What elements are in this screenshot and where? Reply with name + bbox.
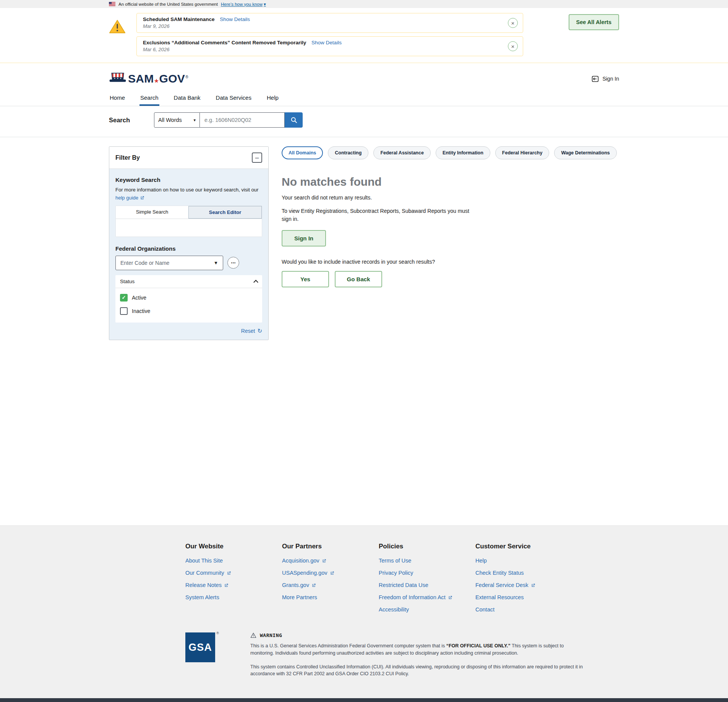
federal-organizations-heading: Federal Organizations <box>115 245 262 252</box>
chevron-down-icon: ▾ <box>193 118 196 123</box>
chevron-down-icon: ▼ <box>214 260 218 266</box>
external-link-icon <box>224 583 229 588</box>
pill-contracting[interactable]: Contracting <box>328 146 368 159</box>
alert-show-details-link[interactable]: Show Details <box>311 40 342 45</box>
star-icon: ★ <box>154 78 159 84</box>
footer-link-check-entity-status[interactable]: Check Entity Status <box>475 570 524 576</box>
status-option-inactive[interactable]: Inactive <box>120 307 258 315</box>
footer-heading: Customer Service <box>475 543 572 550</box>
keyword-search-body[interactable] <box>116 219 262 237</box>
more-options-button[interactable]: ... <box>227 257 239 269</box>
identity-footer: SAM.gov An official website of the U.S. … <box>0 698 728 702</box>
external-link-icon <box>322 559 326 563</box>
footer-link-federal-service-desk[interactable]: Federal Service Desk <box>475 582 535 588</box>
nav-item-help[interactable]: Help <box>266 91 279 106</box>
tab-search-editor[interactable]: Search Editor <box>188 206 262 219</box>
checkbox-unchecked-icon[interactable] <box>120 307 128 315</box>
filter-panel: Filter By – Keyword Search For more info… <box>109 146 269 340</box>
footer-link-system-alerts[interactable]: System Alerts <box>185 594 219 600</box>
footer-link-terms-of-use[interactable]: Terms of Use <box>379 558 411 564</box>
federal-organizations-combobox[interactable]: Enter Code or Name ▼ <box>115 256 223 270</box>
footer-heading: Our Website <box>185 543 282 550</box>
help-guide-link[interactable]: help guide <box>115 195 144 201</box>
external-link-icon <box>140 196 144 200</box>
alert-date: Mar 6, 2026 <box>143 47 503 52</box>
external-link-icon <box>311 583 316 588</box>
see-all-alerts-button[interactable]: See All Alerts <box>569 14 619 30</box>
footer-link-privacy-policy[interactable]: Privacy Policy <box>379 570 413 576</box>
warning-paragraph-2: This system contains Controlled Unclassi… <box>250 663 587 678</box>
sign-in-link[interactable]: Sign In <box>591 75 619 83</box>
external-link-icon <box>448 595 452 600</box>
footer-link-release-notes[interactable]: Release Notes <box>185 582 229 588</box>
chevron-down-icon: ▾ <box>264 2 266 7</box>
filter-by-title: Filter By <box>115 154 140 161</box>
us-flag-icon <box>109 2 115 6</box>
footer-link-acquisition-gov[interactable]: Acquisition.gov <box>282 558 326 564</box>
footer-link-more-partners[interactable]: More Partners <box>282 594 317 600</box>
uncle-sam-hat-icon <box>109 73 126 85</box>
main-content: Filter By – Keyword Search For more info… <box>0 137 728 525</box>
footer-link-foia[interactable]: Freedom of Information Act <box>379 594 452 600</box>
primary-nav: Home Search Data Bank Data Services Help <box>0 91 728 106</box>
gsa-logo: GSA ® <box>185 632 215 678</box>
sam-gov-logo[interactable]: SAM★GOV® <box>109 72 188 85</box>
search-submit-button[interactable] <box>285 112 303 128</box>
search-icon <box>290 116 298 124</box>
footer-link-help[interactable]: Help <box>475 558 487 564</box>
tab-simple-search[interactable]: Simple Search <box>116 206 188 219</box>
external-link-icon <box>330 571 334 576</box>
search-label: Search <box>109 117 154 124</box>
nav-item-home[interactable]: Home <box>109 91 126 106</box>
keyword-search-heading: Keyword Search <box>115 177 262 183</box>
status-accordion-toggle[interactable]: Status <box>115 275 262 288</box>
collapse-filters-button[interactable]: – <box>252 152 262 163</box>
pill-federal-assistance[interactable]: Federal Assistance <box>373 146 430 159</box>
nav-item-data-bank[interactable]: Data Bank <box>173 91 201 106</box>
sign-in-prompt-text: To view Entity Registrations, Subcontrac… <box>282 207 475 223</box>
pill-federal-hierarchy[interactable]: Federal Hierarchy <box>495 146 550 159</box>
keyword-search-description: For more information on how to use our k… <box>115 186 262 194</box>
warning-triangle-icon <box>109 19 126 34</box>
footer-link-accessibility[interactable]: Accessibility <box>379 606 409 613</box>
footer-link-usaspending-gov[interactable]: USASpending.gov <box>282 570 334 576</box>
site-header: SAM★GOV® Sign In <box>0 63 728 91</box>
footer-link-restricted-data-use[interactable]: Restricted Data Use <box>379 582 428 588</box>
search-input[interactable] <box>200 112 285 128</box>
alert-title: Scheduled SAM Maintenance <box>143 16 215 22</box>
footer-column-our-website: Our Website About This Site Our Communit… <box>185 543 282 619</box>
results-area: All Domains Contracting Federal Assistan… <box>282 146 619 287</box>
external-link-icon <box>531 583 535 588</box>
checkbox-checked-icon[interactable]: ✓ <box>120 294 128 302</box>
footer-heading: Our Partners <box>282 543 379 550</box>
footer-link-about-this-site[interactable]: About This Site <box>185 558 223 564</box>
search-mode-select[interactable]: All Words ▾ <box>154 112 200 128</box>
go-back-button[interactable]: Go Back <box>335 271 382 287</box>
pill-all-domains[interactable]: All Domains <box>282 146 323 159</box>
close-icon[interactable]: × <box>508 18 518 28</box>
alert-date: Mar 9, 2026 <box>143 23 503 29</box>
logo-text: SAM★GOV® <box>128 72 188 85</box>
warning-block: WARNING This is a U.S. General Services … <box>250 632 587 678</box>
pill-wage-determinations[interactable]: Wage Determinations <box>554 146 616 159</box>
footer-link-our-community[interactable]: Our Community <box>185 570 231 576</box>
alerts-section: Scheduled SAM Maintenance Show Details M… <box>0 8 728 63</box>
gov-banner: An official website of the United States… <box>0 0 728 8</box>
yes-button[interactable]: Yes <box>282 271 329 287</box>
nav-item-data-services[interactable]: Data Services <box>215 91 252 106</box>
results-sign-in-button[interactable]: Sign In <box>282 230 326 246</box>
status-option-active[interactable]: ✓ Active <box>120 294 258 302</box>
alert-show-details-link[interactable]: Show Details <box>220 16 250 22</box>
include-inactive-question: Would you like to include inactive recor… <box>282 259 619 265</box>
footer-link-contact[interactable]: Contact <box>475 606 495 613</box>
pill-entity-information[interactable]: Entity Information <box>436 146 490 159</box>
keyword-search-tabs: Simple Search Search Editor <box>115 206 262 237</box>
close-icon[interactable]: × <box>508 41 518 51</box>
nav-item-search[interactable]: Search <box>139 91 159 106</box>
alert-title: Exclusions “Additional Comments” Content… <box>143 40 306 45</box>
heres-how-you-know-link[interactable]: Here’s how you know ▾ <box>221 2 266 7</box>
footer-link-grants-gov[interactable]: Grants.gov <box>282 582 316 588</box>
sign-in-arrow-icon <box>591 75 599 83</box>
footer-link-external-resources[interactable]: External Resources <box>475 594 524 600</box>
reset-filters-link[interactable]: Reset ↻ <box>241 327 262 334</box>
